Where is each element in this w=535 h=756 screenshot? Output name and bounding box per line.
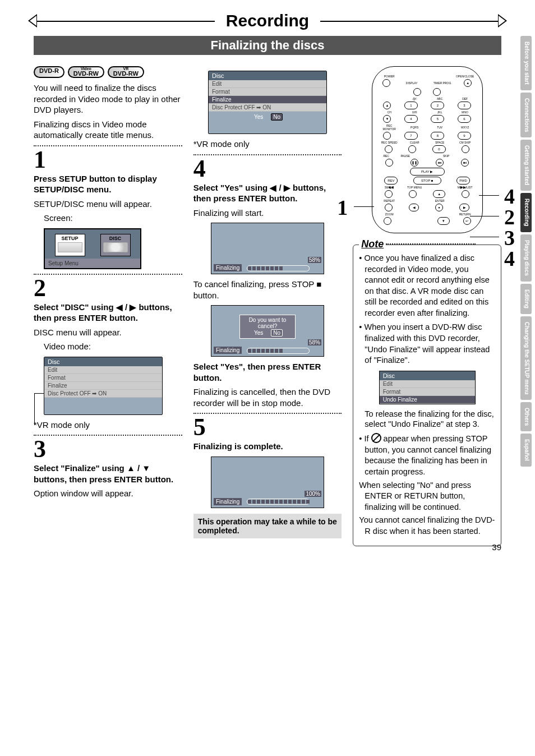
option-osd: Disc Edit Format Finalize Disc Protect O… — [208, 71, 327, 134]
step-1-title: Press SETUP button to display SETUP/DISC… — [34, 173, 182, 195]
setup-footer: Setup Menu — [45, 259, 140, 268]
intro-2: Finalizing discs in Video mode automatic… — [34, 119, 182, 141]
divider — [193, 154, 342, 155]
column-2: Disc Edit Format Finalize Disc Protect O… — [193, 66, 342, 546]
no-button: No — [271, 113, 283, 121]
note-title: Note — [359, 238, 386, 250]
select-yes-desc: Finalizing is cancelled, then the DVD re… — [193, 386, 342, 408]
video-mode-label: Video mode: — [44, 341, 182, 352]
step-2-title: Select "DISC" using ◀ / ▶ buttons, then … — [34, 302, 182, 324]
note-2: When you insert a DVD-RW disc finalized … — [359, 322, 495, 366]
osd-item-edit: Edit — [380, 380, 475, 388]
dvd-chips: DVD-R VideoDVD-RW VRDVD-RW — [34, 66, 182, 78]
divider — [34, 435, 182, 436]
tab-espanol: Español — [520, 434, 532, 467]
osd-item-edit: Edit — [209, 80, 326, 88]
undo-osd: Disc Edit Format Undo Finalize — [379, 371, 476, 404]
tab-playing-discs: Playing discs — [520, 234, 532, 282]
stop-button: STOP ■ — [413, 177, 441, 185]
play-button: PLAY ▶ — [410, 168, 445, 176]
divider — [34, 145, 182, 146]
release-text: To release the finalizing for the disc, … — [365, 409, 495, 430]
divider — [193, 413, 342, 414]
warning-box: This operation may take a while to be co… — [193, 514, 342, 538]
step-4-title: Select "Yes" using ◀ / ▶ buttons, then p… — [193, 182, 342, 204]
tab-others: Others — [520, 402, 532, 431]
fwd-button: FWD ▶▶ — [456, 177, 470, 185]
pct-label: 58% — [308, 339, 321, 345]
cancel-osd: Do you want to cancel? Yes No 58% Finali… — [211, 305, 324, 357]
step-5-title: Finalizing is complete. — [193, 441, 342, 452]
osd-item-edit: Edit — [44, 366, 162, 374]
skip-next-icon: ⏭ — [461, 159, 469, 167]
osd-header: Disc — [44, 357, 162, 366]
yes-button: Yes — [252, 330, 265, 336]
rev-button: REV ◀◀ — [384, 177, 398, 185]
return-icon: ↩ — [463, 217, 471, 225]
progress-bar — [247, 265, 310, 271]
osd-header: Disc — [380, 371, 475, 380]
cancel-prompt: Do you want to cancel? Yes No — [239, 315, 296, 339]
step-2-num: 2 — [34, 276, 182, 301]
divider — [34, 274, 182, 275]
chip-dvd-rw-vr: VRDVD-RW — [108, 66, 144, 78]
step-1-num: 1 — [34, 147, 182, 172]
tile-setup: SETUP — [55, 234, 85, 256]
yes-no-row: Yes No — [209, 112, 326, 122]
progress-bar — [247, 348, 310, 354]
osd-item-protect: Disc Protect OFF ➡ ON — [209, 104, 326, 112]
setup-screen: SETUP DISC Setup Menu — [44, 228, 141, 269]
power-icon — [382, 79, 390, 87]
step-3-title: Select "Finalize" using ▲ / ▼ buttons, t… — [34, 463, 182, 485]
pct-label: 58% — [308, 257, 321, 263]
step-5-num: 5 — [193, 415, 342, 440]
osd-item-format: Format — [209, 88, 326, 96]
note-3: If appear when pressing STOP button, you… — [359, 433, 495, 537]
callout-1: 1 — [337, 195, 348, 220]
note-1: Once you have finalized a disc recorded … — [359, 253, 495, 319]
tile-disc: DISC — [100, 234, 131, 256]
screen-label: Screen: — [44, 213, 182, 224]
tab-getting-started: Getting started — [520, 140, 532, 191]
arrow-right-icon — [498, 14, 507, 27]
chip-dvd-r: DVD-R — [34, 66, 64, 78]
note-box: Note Once you have finalized a disc reco… — [353, 245, 501, 546]
column-1: DVD-R VideoDVD-RW VRDVD-RW You will need… — [34, 66, 182, 546]
progress-bar — [247, 499, 310, 505]
step-4-desc: Finalizing will start. — [193, 208, 342, 219]
column-3: 1 4 2 3 4 POWEROPEN/CLOSE DISPLAYTIMER P… — [353, 66, 501, 546]
finalizing-label: Finalizing — [214, 498, 242, 505]
osd-item-format: Format — [44, 374, 162, 382]
osd-item-undo: Undo Finalize — [380, 396, 475, 404]
disc-menu-osd: Disc Edit Format Finalize Disc Protect O… — [44, 357, 163, 415]
step-4-num: 4 — [193, 156, 342, 181]
pause-icon: ❚❚ — [411, 159, 418, 167]
arrow-left-icon — [28, 14, 37, 27]
step-2-desc: DISC menu will appear. — [34, 327, 182, 338]
enter-button: ● — [435, 204, 443, 211]
tab-setup-menu: Changing the SETUP menu — [520, 316, 532, 400]
osd-item-finalize: Finalize — [44, 382, 162, 390]
finalizing-label: Finalizing — [214, 264, 242, 271]
intro-1: You will need to finalize the discs reco… — [34, 82, 182, 116]
pct-label: 100% — [305, 491, 321, 497]
page-title: Recording — [34, 11, 501, 30]
osd-header: Disc — [209, 71, 326, 80]
side-tabs: Before you start Connections Getting sta… — [520, 36, 532, 467]
tab-before-you-start: Before you start — [520, 36, 532, 90]
tab-connections: Connections — [520, 93, 532, 138]
remote-control: POWEROPEN/CLOSE DISPLAYTIMER PROG.▲ .@/:… — [372, 66, 483, 233]
step-1-desc: SETUP/DISC menu will appear. — [34, 199, 182, 210]
prohibit-icon — [371, 433, 381, 443]
vr-only-note: *VR mode only — [34, 420, 182, 431]
cancel-text: To cancel finalizing, press STOP ■ butto… — [193, 279, 342, 301]
callout-4b: 4 — [504, 246, 515, 271]
progress-100: 100% Finalizing — [211, 457, 324, 508]
select-yes-title: Select "Yes", then press ENTER button. — [193, 361, 342, 383]
page-number: 39 — [492, 542, 501, 552]
tab-editing: Editing — [520, 284, 532, 314]
chip-dvd-rw-video: VideoDVD-RW — [68, 66, 104, 78]
osd-item-finalize-selected: Finalize — [209, 96, 326, 104]
subtitle: Finalizing the discs — [34, 36, 501, 55]
step-3-num: 3 — [34, 437, 182, 462]
